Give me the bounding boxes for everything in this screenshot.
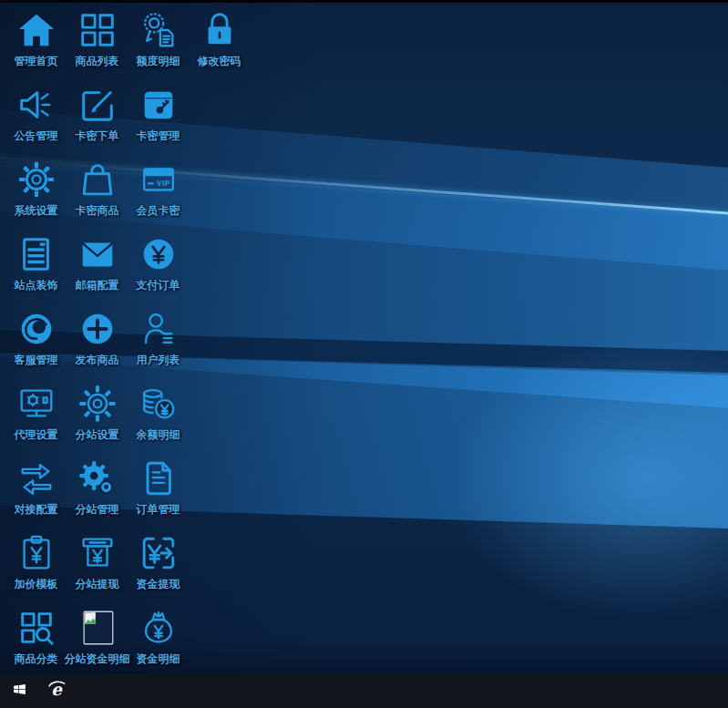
desktop-icon-label: 分站资金明细 [65,652,130,665]
desktop-icon-substation-settings[interactable]: 分站设置 [67,379,128,454]
desktop-icon-label: 邮箱配置 [76,279,119,292]
ie-icon: e [47,679,68,703]
desktop-icon-label: 站点装饰 [15,279,58,292]
desktop-icon-label: 加价模板 [15,578,58,590]
desktop-icon-substation-manage[interactable]: 分站管理 [67,454,128,528]
server-icon [15,231,57,277]
svg-text:VIP: VIP [157,180,170,188]
desktop-icon-label: 支付订单 [137,279,180,292]
desktop-icon-label: 对接配置 [15,503,58,516]
desktop-icon-label: 资金明细 [137,652,180,665]
envelope-icon [77,231,118,277]
desktop-icon-label: 商品分类 [15,652,58,665]
desktop-icon-funds-detail[interactable]: 资金明细 [128,603,189,678]
desktop-icon-substation-withdraw[interactable]: 分站提现 [67,528,128,603]
desktop-icon-label: 发布商品 [76,354,119,366]
desktop-icon-product-list[interactable]: 商品列表 [67,5,128,80]
bag-icon [77,157,118,202]
start-button[interactable] [0,674,38,708]
broken-image-icon [77,605,118,651]
desktop: 管理首页 公告管理 [0,0,728,708]
desktop-icon-admin-home[interactable]: 管理首页 [5,5,67,80]
gear2-icon [77,381,118,426]
desktop-icon-balance-detail[interactable]: 余额明细 [128,379,189,454]
key-box-icon [138,82,179,128]
edit-doc-icon [77,82,118,128]
desktop-icon-customer-service[interactable]: 客服管理 [5,304,67,379]
desktop-icon-site-decoration[interactable]: 站点装饰 [5,230,67,304]
desktop-icon-funds-withdraw[interactable]: 资金提现 [128,528,189,603]
desktop-icon-label: 用户列表 [137,354,180,366]
desktop-icon-markup-template[interactable]: 加价模板 [5,528,67,603]
desktop-icon-label: 会员卡密 [137,204,180,217]
money-bag-icon [138,605,179,651]
desktop-icon-mailbox-config[interactable]: 邮箱配置 [67,230,128,304]
desktop-icon-label: 分站管理 [76,503,119,516]
desktop-icon-label: 分站设置 [76,428,119,441]
desktop-icon-label: 修改密码 [198,55,241,67]
desktop-icon-agent-settings[interactable]: 代理设置 [5,379,67,454]
transfer-arrows-icon [15,456,57,501]
desktop-icon-payment-orders[interactable]: 支付订单 [128,230,189,304]
desktop-icon-label: 系统设置 [15,204,58,217]
desktop-icon-label: 卡密下单 [76,129,119,142]
desktop-icon-label: 分站提现 [76,578,119,590]
desktop-icon-label: 商品列表 [76,55,119,67]
coins-icon [138,381,179,426]
yen-arrow-icon [138,530,179,576]
withdraw-box-icon [77,530,118,576]
plus-circle-icon [77,306,118,352]
desktop-icon-substation-funds-detail[interactable]: 分站资金明细 [67,603,128,678]
desktop-icon-label: 管理首页 [15,55,58,67]
desktop-icon-system-settings[interactable]: 系统设置 [5,155,67,230]
desktop-icon-label: 卡密商品 [76,204,119,217]
desktop-icon-label: 公告管理 [15,129,58,142]
desktop-icon-card-order[interactable]: 卡密下单 [67,80,128,155]
internet-explorer-button[interactable]: e [38,674,77,708]
desktop-icon-label: 卡密管理 [137,129,180,142]
gear-duo-icon [77,456,118,501]
desktop-icon-grid: 管理首页 公告管理 [5,5,250,678]
lock-icon [199,7,241,53]
desktop-icon-card-manage[interactable]: 卡密管理 [128,80,189,155]
gear-icon [15,157,57,202]
desktop-icon-label: 资金提现 [137,578,180,590]
desktop-icon-label: 额度明细 [137,55,180,67]
desktop-icon-vip-cards[interactable]: VIP 会员卡密 [128,155,189,230]
desktop-icon-publish-product[interactable]: 发布商品 [67,304,128,379]
taskbar: e [0,674,728,708]
yen-circle-icon [138,231,179,277]
grid-icon [77,7,118,53]
desktop-icon-label: 客服管理 [15,354,58,366]
doc-icon [138,456,179,501]
desktop-icon-user-list[interactable]: 用户列表 [128,304,189,379]
desktop-icon-card-products[interactable]: 卡密商品 [67,155,128,230]
grid-search-icon [15,605,57,651]
user-list-icon [138,306,179,352]
desktop-icon-order-manage[interactable]: 订单管理 [128,454,189,528]
megaphone-icon [15,82,57,128]
desktop-icon-label: 代理设置 [15,428,58,441]
desktop-icon-label: 余额明细 [137,428,180,441]
clipboard-yen-icon [15,530,57,576]
headset-person-icon [15,306,57,352]
desktop-icon-change-password[interactable]: 修改密码 [189,5,250,80]
monitor-gear-icon [15,381,57,426]
desktop-icon-announcement-manage[interactable]: 公告管理 [5,80,67,155]
desktop-icon-product-category[interactable]: 商品分类 [5,603,67,678]
vip-card-icon: VIP [138,157,179,202]
windows-logo-icon [12,682,27,701]
desktop-icon-label: 订单管理 [137,503,180,516]
badge-doc-icon [138,7,179,53]
desktop-icon-quota-detail[interactable]: 额度明细 [128,5,189,80]
home-icon [15,7,57,53]
desktop-icon-api-connect-config[interactable]: 对接配置 [5,454,67,528]
